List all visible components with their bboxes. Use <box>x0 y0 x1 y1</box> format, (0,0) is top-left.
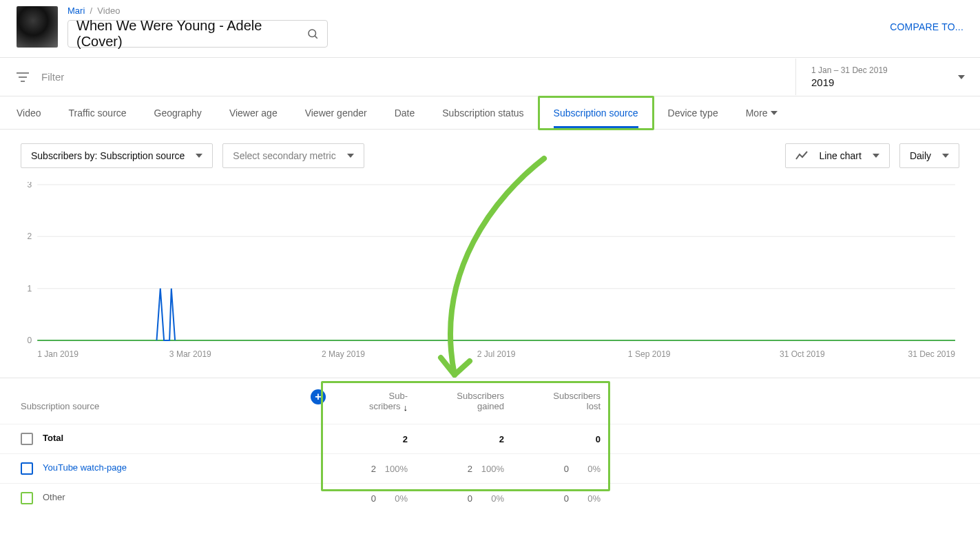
svg-text:3: 3 <box>27 182 32 189</box>
svg-line-1 <box>315 36 317 38</box>
svg-text:2: 2 <box>27 232 32 241</box>
tab-more[interactable]: More <box>746 107 778 119</box>
tab-traffic-source[interactable]: Traffic source <box>69 107 127 119</box>
sort-desc-icon: ↓ <box>404 402 408 413</box>
tab-date[interactable]: Date <box>395 107 415 119</box>
channel-avatar[interactable] <box>17 6 58 48</box>
video-title: When We Were Young - Adele (Cover) <box>76 18 306 50</box>
date-range-text: 1 Jan – 31 Dec 2019 <box>811 65 958 75</box>
svg-text:31 Dec 2019: 31 Dec 2019 <box>908 349 956 359</box>
filter-row: Filter 1 Jan – 31 Dec 2019 2019 <box>0 58 980 96</box>
svg-text:1 Jan 2019: 1 Jan 2019 <box>37 349 79 359</box>
svg-point-0 <box>309 30 316 37</box>
chevron-down-icon <box>347 154 354 158</box>
col-header-subscribers[interactable]: Sub- scribers↓ <box>317 378 413 424</box>
svg-rect-4 <box>21 81 25 82</box>
svg-rect-3 <box>19 76 27 78</box>
breadcrumb-section: Video <box>97 6 120 16</box>
tab-geography[interactable]: Geography <box>154 107 202 119</box>
row-label: Other <box>43 492 65 502</box>
add-column-button[interactable]: + <box>311 389 326 404</box>
compare-button[interactable]: COMPARE TO... <box>890 21 963 32</box>
table-row-total: Total 2 2 0 <box>0 424 980 454</box>
chart-area: 01231 Jan 20193 Mar 20192 May 20192 Jul … <box>0 182 980 378</box>
svg-text:2 Jul 2019: 2 Jul 2019 <box>477 349 516 359</box>
table-row[interactable]: YouTube watch-page 2100% 2100% 00% <box>0 454 980 484</box>
svg-text:1 Sep 2019: 1 Sep 2019 <box>628 349 671 359</box>
chevron-down-icon <box>873 154 879 158</box>
tab-device-type[interactable]: Device type <box>668 107 718 119</box>
col-header-subscribers-lost[interactable]: Subscribers lost <box>510 378 606 424</box>
svg-text:3 Mar 2019: 3 Mar 2019 <box>169 349 211 359</box>
secondary-metric-dropdown[interactable]: Select secondary metric <box>222 143 364 168</box>
header: Mari / Video When We Were Young - Adele … <box>0 0 980 58</box>
breadcrumb-channel[interactable]: Mari <box>67 6 85 16</box>
chevron-down-icon <box>771 111 778 115</box>
svg-text:0: 0 <box>27 336 32 345</box>
data-table: + Subscription source Sub- scribers↓ Sub… <box>0 378 980 513</box>
dimension-tabs: Video Traffic source Geography Viewer ag… <box>0 96 980 130</box>
svg-text:31 Oct 2019: 31 Oct 2019 <box>780 349 825 359</box>
svg-rect-2 <box>17 72 29 74</box>
annotation-tab-highlight: Subscription source <box>538 96 654 130</box>
chevron-down-icon <box>942 154 949 158</box>
search-icon[interactable] <box>306 28 319 40</box>
primary-metric-dropdown[interactable]: Subscribers by: Subscription source <box>21 143 213 168</box>
chart-controls: Subscribers by: Subscription source Sele… <box>0 130 980 182</box>
tab-video[interactable]: Video <box>17 107 41 119</box>
checkbox[interactable] <box>21 492 33 504</box>
svg-text:2 May 2019: 2 May 2019 <box>322 349 365 359</box>
chevron-down-icon <box>958 75 965 79</box>
svg-text:1: 1 <box>27 284 32 294</box>
tab-viewer-gender[interactable]: Viewer gender <box>305 107 367 119</box>
col-header-source[interactable]: Subscription source <box>0 378 317 424</box>
col-header-subscribers-gained[interactable]: Subscribers gained <box>413 378 510 424</box>
line-chart[interactable]: 01231 Jan 20193 Mar 20192 May 20192 Jul … <box>17 182 959 362</box>
chart-type-dropdown[interactable]: Line chart <box>785 143 889 168</box>
date-preset-text: 2019 <box>811 76 958 88</box>
filter-icon[interactable] <box>17 72 29 82</box>
tab-subscription-status[interactable]: Subscription status <box>442 107 523 119</box>
date-range-picker[interactable]: 1 Jan – 31 Dec 2019 2019 <box>795 59 980 95</box>
breadcrumb: Mari / Video <box>67 6 890 16</box>
checkbox[interactable] <box>21 462 33 475</box>
row-label[interactable]: YouTube watch-page <box>43 462 127 473</box>
tab-viewer-age[interactable]: Viewer age <box>229 107 278 119</box>
line-chart-icon <box>795 151 808 161</box>
filter-input[interactable]: Filter <box>41 71 64 83</box>
tab-subscription-source[interactable]: Subscription source <box>554 107 638 119</box>
chevron-down-icon <box>196 154 202 158</box>
checkbox[interactable] <box>21 433 33 445</box>
video-title-selector[interactable]: When We Were Young - Adele (Cover) <box>67 20 328 48</box>
granularity-dropdown[interactable]: Daily <box>899 143 959 168</box>
table-row[interactable]: Other 00% 00% 00% <box>0 484 980 513</box>
